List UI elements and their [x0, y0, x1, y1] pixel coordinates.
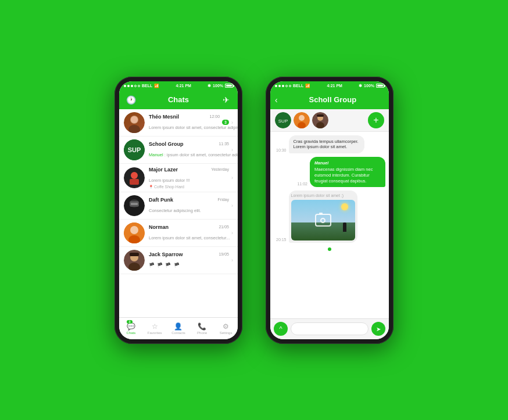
- chat-content: Norman 21/05 Lorem ipsum dolor sit amet,…: [149, 224, 229, 242]
- group-title: Scholl Group: [281, 95, 384, 104]
- svg-point-1: [128, 125, 140, 133]
- member-avatar-3: [312, 112, 328, 128]
- chat-name-row: Théo Mesnil 12:00: [149, 114, 220, 120]
- tab-settings[interactable]: ⚙ Settings: [214, 318, 238, 339]
- input-bar: ^ ➤: [270, 318, 389, 339]
- avatar: [124, 195, 145, 216]
- sender-name: Manuel: [314, 160, 381, 166]
- chat-name: Norman: [149, 224, 169, 230]
- chat-preview: Lorem ipsum dolor sit amet, consectetur.…: [149, 235, 230, 240]
- unread-badge: 3: [222, 120, 229, 125]
- add-member-button[interactable]: +: [368, 112, 384, 128]
- expand-button[interactable]: ^: [274, 322, 288, 336]
- chat-time: Yesterday: [211, 167, 229, 171]
- member-avatar-1: SUP: [275, 112, 291, 128]
- message-row: 20:15 Lorem ipsum dolor sit amet ;): [274, 191, 385, 243]
- avatar: [124, 250, 145, 271]
- message-bubble-image: Lorem ipsum dolor sit amet ;): [289, 191, 357, 243]
- status-time-2: 4:21 PM: [327, 84, 342, 88]
- contacts-tab-label: Contacts: [171, 331, 185, 335]
- status-left-1: BELL 📶: [124, 84, 159, 88]
- carrier-label: BELL: [142, 84, 152, 88]
- chevron-right-icon: ›: [231, 257, 233, 263]
- avatar: [124, 222, 145, 243]
- chat-preview: Lorem ipsum dolor sit amet, consectetur …: [149, 125, 238, 130]
- camera-lens: [320, 218, 325, 223]
- phone-chat-detail: BELL 📶 4:21 PM ✱ 100% ‹ Scholl Group SUP: [266, 77, 393, 344]
- message-text: Cras gravida tempus ullamcorper. Lorem i…: [294, 139, 359, 150]
- favorites-tab-label: Favorites: [148, 331, 162, 335]
- signal-dots-2: [275, 85, 291, 87]
- chat-preview: Lorem ipsum dolor !!!: [149, 178, 189, 183]
- back-button[interactable]: ‹: [275, 95, 278, 105]
- battery-label: 100%: [213, 84, 223, 88]
- dot-2: [127, 85, 130, 87]
- wifi-icon: 📶: [154, 84, 159, 88]
- message-input[interactable]: [291, 322, 369, 335]
- chat-name-row: School Group 11:35: [149, 141, 229, 147]
- send-icon[interactable]: ✈: [220, 95, 232, 105]
- chats-tab-icon: 💬: [127, 322, 135, 331]
- tab-phone[interactable]: 📞 Phone: [190, 318, 214, 339]
- avatar-img: [124, 222, 145, 243]
- list-item[interactable]: Jack Sparrow 19/05 🏴 🏴 🏴 🏴 ›: [119, 247, 238, 274]
- expand-icon: ^: [279, 325, 282, 332]
- group-members-bar: SUP +: [270, 109, 389, 132]
- chat-name-row: Major Lazer Yesterday: [149, 167, 229, 173]
- signal-dots: [124, 85, 140, 87]
- chevron-right-icon: ›: [231, 203, 233, 209]
- svg-rect-26: [317, 114, 324, 117]
- chats-tab-label: Chats: [127, 331, 136, 335]
- send-button[interactable]: ➤: [371, 322, 385, 336]
- chevron-right-icon: ›: [231, 175, 233, 181]
- message-bubble: Manuel Maecenas dignissim diam nec euism…: [310, 157, 385, 187]
- dot-5: [138, 85, 140, 87]
- svg-point-2: [131, 116, 138, 123]
- chevron-right-icon: ›: [231, 147, 233, 153]
- battery-icon: [225, 84, 233, 88]
- svg-text:SUP: SUP: [278, 119, 288, 124]
- battery-icon-2: [376, 84, 384, 88]
- list-item[interactable]: SUP School Group 11:35 Manuel : ipsum do…: [119, 137, 238, 164]
- status-left-2: BELL 📶: [275, 84, 310, 88]
- list-item[interactable]: Daft Punk Friday Consectetur adipiscing …: [119, 192, 238, 220]
- message-bubble: Cras gravida tempus ullamcorper. Lorem i…: [289, 135, 364, 154]
- dot-4: [285, 85, 288, 87]
- avatar-img: [124, 250, 145, 271]
- location-text: Coffe Shop Hard: [154, 185, 184, 189]
- avatar-img: SUP: [124, 139, 145, 160]
- dot-3: [131, 85, 133, 87]
- dot-2: [278, 85, 281, 87]
- message-row: 10:30 Cras gravida tempus ullamcorper. L…: [274, 135, 385, 154]
- bluetooth-icon: ✱: [208, 84, 211, 88]
- chat-time: 19/05: [219, 252, 229, 256]
- message-time: 10:30: [276, 148, 287, 152]
- chat-time: 21/05: [219, 225, 229, 229]
- chat-time: 12:00: [210, 114, 220, 119]
- chat-preview: Consectetur adipiscing elit.: [149, 208, 201, 213]
- avatar-img: [124, 112, 145, 133]
- contacts-tab-icon: 👤: [174, 322, 183, 331]
- chat-time: 11:35: [219, 142, 229, 146]
- wifi-icon-2: 📶: [305, 84, 310, 88]
- tab-contacts[interactable]: 👤 Contacts: [167, 318, 191, 339]
- message-text: Maecenas dignissim diam nec euismod inte…: [314, 167, 373, 184]
- pin-icon: 📍: [149, 185, 153, 189]
- avatar-img: [124, 167, 145, 188]
- dot-1: [124, 85, 126, 87]
- list-item[interactable]: Théo Mesnil 12:00 Lorem ipsum dolor sit …: [119, 109, 238, 137]
- status-right-2: ✱ 100%: [359, 84, 384, 88]
- tab-favorites[interactable]: ☆ Favorites: [143, 318, 167, 339]
- favorites-tab-icon: ☆: [152, 322, 158, 331]
- send-icon: ➤: [376, 326, 381, 332]
- dot-4: [134, 85, 137, 87]
- chat-content: Major Lazer Yesterday Lorem ipsum dolor …: [149, 167, 229, 189]
- tab-chats[interactable]: 3 💬 Chats: [119, 318, 143, 339]
- chat-content: Jack Sparrow 19/05 🏴 🏴 🏴 🏴: [149, 252, 229, 269]
- chat-content: Théo Mesnil 12:00 Lorem ipsum dolor sit …: [149, 114, 220, 131]
- list-item[interactable]: Major Lazer Yesterday Lorem ipsum dolor …: [119, 164, 238, 192]
- battery-fill-2: [377, 85, 383, 87]
- settings-tab-label: Settings: [220, 331, 232, 335]
- clock-icon[interactable]: 🕐: [125, 95, 137, 105]
- list-item[interactable]: Norman 21/05 Lorem ipsum dolor sit amet,…: [119, 220, 238, 247]
